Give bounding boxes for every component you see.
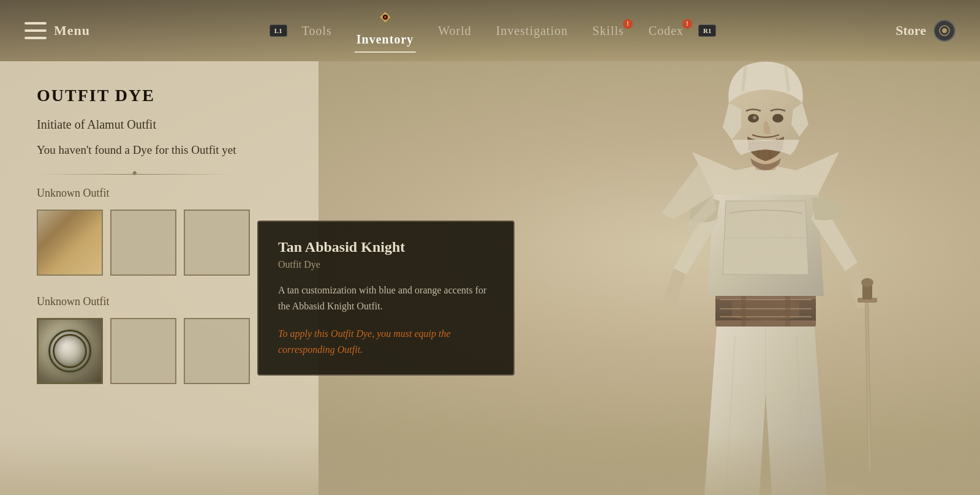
- dye-grid-row-2: [37, 318, 282, 384]
- tab-skills-wrapper[interactable]: Skills !: [582, 19, 634, 43]
- dye-slot-1[interactable]: [37, 210, 103, 276]
- outfit-dye-title: OUTFIT DYE: [37, 86, 282, 105]
- unknown-outfit-label-2: Unknown Outfit: [37, 295, 282, 308]
- dye-slot-2[interactable]: [110, 210, 176, 276]
- outfit-name: Initiate of Alamut Outfit: [37, 118, 282, 132]
- dye-grid-row-1: [37, 210, 282, 276]
- divider-1: [37, 174, 233, 175]
- svg-point-5: [612, 446, 919, 495]
- tab-world-wrapper[interactable]: World: [428, 19, 481, 43]
- svg-rect-14: [720, 316, 812, 317]
- tooltip-warning: To apply this Outfit Dye, you must equip…: [278, 326, 494, 357]
- svg-rect-16: [785, 293, 790, 327]
- dye-slot-3[interactable]: [184, 210, 250, 276]
- svg-rect-15: [741, 293, 746, 327]
- dye-slot-6[interactable]: [184, 318, 250, 384]
- svg-point-26: [753, 116, 756, 119]
- left-key-badge: L1: [270, 25, 287, 37]
- codex-notification-dot: !: [682, 19, 692, 29]
- tooltip-item-name: Tan Abbasid Knight: [278, 239, 494, 255]
- svg-point-2: [384, 16, 386, 18]
- character-display: [551, 61, 980, 495]
- tooltip-item-type: Outfit Dye: [278, 259, 494, 270]
- nav-tabs: L1 Tools Inventory World Investigation S…: [270, 10, 717, 51]
- tab-inventory[interactable]: Inventory: [347, 28, 423, 51]
- svg-rect-11: [715, 320, 816, 327]
- store-area[interactable]: Store: [895, 20, 956, 42]
- tab-codex-wrapper[interactable]: Codex !: [639, 19, 693, 43]
- tab-inventory-wrapper[interactable]: Inventory: [347, 10, 423, 51]
- svg-point-25: [772, 114, 783, 123]
- menu-area[interactable]: Menu: [24, 22, 90, 39]
- main-content: OUTFIT DYE Initiate of Alamut Outfit You…: [0, 61, 980, 495]
- tooltip-card: Tan Abbasid Knight Outfit Dye A tan cust…: [257, 221, 514, 376]
- unknown-outfit-label-1: Unknown Outfit: [37, 187, 282, 200]
- top-navigation: Menu L1 Tools Inventory World Investigat…: [0, 0, 980, 61]
- tab-investigation-wrapper[interactable]: Investigation: [486, 19, 578, 43]
- store-icon: [933, 20, 956, 42]
- svg-rect-12: [720, 299, 812, 300]
- tooltip-description: A tan customization with blue and orange…: [278, 282, 494, 314]
- store-label: Store: [895, 23, 926, 39]
- character-svg: [612, 61, 919, 495]
- tab-investigation[interactable]: Investigation: [486, 19, 578, 43]
- tab-world[interactable]: World: [428, 19, 481, 43]
- svg-point-4: [942, 28, 947, 33]
- svg-point-21: [861, 278, 873, 287]
- menu-icon: [24, 22, 47, 39]
- outfit-no-dye-text: You haven't found a Dye for this Outfit …: [37, 142, 282, 159]
- skills-notification-dot: !: [623, 19, 633, 29]
- right-key-badge: R1: [698, 25, 716, 37]
- tab-tools-wrapper[interactable]: Tools: [292, 19, 342, 43]
- tab-tools[interactable]: Tools: [292, 19, 342, 43]
- svg-rect-13: [720, 308, 812, 309]
- diamond-decoration: [379, 10, 392, 26]
- dye-slot-4[interactable]: [37, 318, 103, 384]
- menu-label: Menu: [54, 23, 90, 39]
- dye-slot-5[interactable]: [110, 318, 176, 384]
